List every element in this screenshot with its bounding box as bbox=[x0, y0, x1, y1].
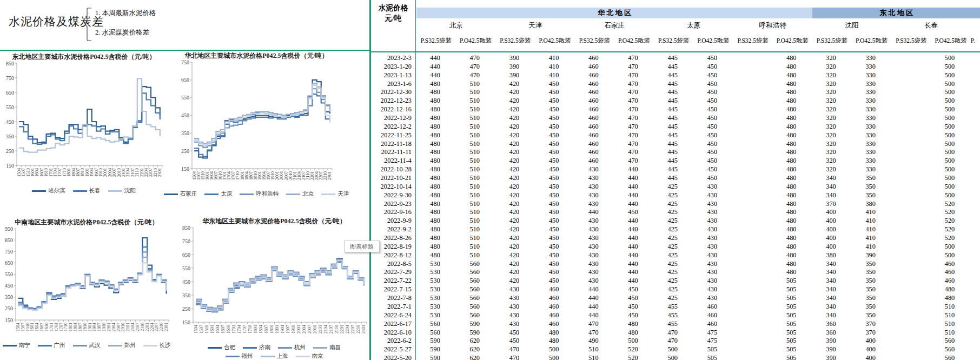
chart-east-china-region[interactable]: 华东地区主要城市水泥价格P042.5含税价（元/吨） 1502503504505… bbox=[178, 217, 370, 360]
price-cell[interactable] bbox=[732, 345, 772, 354]
price-cell[interactable]: 470 bbox=[455, 63, 494, 71]
price-cell[interactable]: 480 bbox=[772, 234, 811, 243]
price-cell[interactable]: 430 bbox=[494, 320, 534, 329]
price-cell[interactable]: 420 bbox=[494, 217, 534, 225]
price-cell[interactable]: 500 bbox=[930, 131, 969, 140]
price-cell[interactable] bbox=[890, 80, 930, 89]
price-cell[interactable]: 450 bbox=[534, 140, 574, 149]
price-cell[interactable]: 480 bbox=[613, 320, 653, 329]
price-cell[interactable] bbox=[732, 71, 772, 80]
price-cell[interactable]: 330 bbox=[851, 140, 890, 149]
price-cell[interactable]: 430 bbox=[494, 285, 534, 294]
price-cell[interactable]: 445 bbox=[653, 105, 692, 114]
price-cell[interactable]: 480 bbox=[772, 105, 811, 114]
price-cell[interactable] bbox=[732, 200, 772, 209]
price-cell[interactable]: 360 bbox=[811, 329, 851, 337]
date-cell[interactable]: 2022-6-2 bbox=[371, 337, 415, 345]
floating-chart-title-box[interactable]: 图表标题 bbox=[344, 241, 380, 252]
spec-header[interactable]: P.S32.5袋装 bbox=[733, 35, 773, 46]
price-cell[interactable]: 430 bbox=[574, 260, 613, 269]
spec-header[interactable]: P.S32.5袋装 bbox=[575, 35, 614, 46]
chart-north-china-region[interactable]: 华北地区主要城市水泥价格P042.5含税价（元/吨） 1502503504505… bbox=[177, 52, 335, 198]
price-cell[interactable]: 450 bbox=[692, 174, 732, 183]
price-cell[interactable]: 420 bbox=[494, 260, 534, 269]
date-cell[interactable]: 2022-12-30 bbox=[371, 88, 415, 97]
price-cell[interactable]: 510 bbox=[455, 97, 494, 105]
date-cell[interactable]: 2022-9-23 bbox=[371, 200, 415, 209]
price-cell[interactable]: 430 bbox=[574, 183, 613, 191]
price-cell[interactable]: 505 bbox=[772, 311, 811, 320]
price-cell[interactable]: 460 bbox=[692, 303, 732, 311]
price-cell[interactable]: 480 bbox=[772, 260, 811, 269]
price-cell[interactable]: 460 bbox=[930, 260, 969, 269]
price-cell[interactable]: 480 bbox=[534, 337, 574, 345]
price-cell[interactable]: 510 bbox=[455, 114, 494, 123]
price-cell[interactable]: 510 bbox=[574, 345, 613, 354]
price-cell[interactable]: 440 bbox=[613, 165, 653, 174]
price-cell[interactable]: 480 bbox=[772, 88, 811, 97]
price-cell[interactable]: 590 bbox=[455, 320, 494, 329]
price-cell[interactable]: 470 bbox=[574, 329, 613, 337]
date-cell[interactable]: 2022-10-21 bbox=[371, 174, 415, 183]
price-cell[interactable]: 505 bbox=[772, 303, 811, 311]
price-cell[interactable]: 505 bbox=[772, 285, 811, 294]
price-cell[interactable]: 430 bbox=[574, 225, 613, 234]
price-cell[interactable]: 390 bbox=[494, 63, 534, 71]
price-cell[interactable]: 500 bbox=[930, 63, 969, 71]
price-cell[interactable] bbox=[732, 225, 772, 234]
price-cell[interactable]: 400 bbox=[811, 225, 851, 234]
price-cell[interactable]: 620 bbox=[455, 345, 494, 354]
price-cell[interactable]: 445 bbox=[653, 88, 692, 97]
price-cell[interactable]: 460 bbox=[534, 311, 574, 320]
price-cell[interactable]: 440 bbox=[574, 285, 613, 294]
price-cell[interactable]: 425 bbox=[653, 243, 692, 251]
price-cell[interactable]: 510 bbox=[455, 191, 494, 200]
price-cell[interactable] bbox=[732, 251, 772, 260]
price-cell[interactable]: 430 bbox=[692, 294, 732, 303]
date-cell[interactable]: 2023-2-3 bbox=[371, 54, 415, 63]
price-cell[interactable] bbox=[732, 311, 772, 320]
price-cell[interactable]: 420 bbox=[494, 105, 534, 114]
price-cell[interactable]: 530 bbox=[415, 311, 455, 320]
price-cell[interactable] bbox=[890, 311, 930, 320]
price-cell[interactable]: 500 bbox=[930, 80, 969, 89]
price-cell[interactable]: 450 bbox=[613, 208, 653, 217]
price-cell[interactable]: 510 bbox=[455, 200, 494, 209]
price-cell[interactable]: 475 bbox=[692, 329, 732, 337]
date-cell[interactable]: 2022-9-30 bbox=[371, 191, 415, 200]
price-cell[interactable] bbox=[890, 165, 930, 174]
price-cell[interactable] bbox=[890, 174, 930, 183]
price-cell[interactable]: 430 bbox=[692, 285, 732, 294]
price-cell[interactable]: 500 bbox=[930, 71, 969, 80]
price-cell[interactable]: 500 bbox=[930, 243, 969, 251]
price-cell[interactable]: 460 bbox=[534, 320, 574, 329]
spec-header[interactable]: P.O42.5散装 bbox=[614, 35, 654, 46]
price-cell[interactable]: 420 bbox=[494, 165, 534, 174]
price-cell[interactable] bbox=[890, 54, 930, 63]
price-cell[interactable]: 410 bbox=[851, 234, 890, 243]
price-cell[interactable]: 330 bbox=[851, 63, 890, 71]
price-cell[interactable]: 440 bbox=[613, 234, 653, 243]
price-cell[interactable]: 420 bbox=[494, 88, 534, 97]
price-cell[interactable]: 320 bbox=[811, 148, 851, 157]
price-cell[interactable] bbox=[732, 294, 772, 303]
price-cell[interactable]: 450 bbox=[692, 88, 732, 97]
city-header-7[interactable]: 长春 bbox=[891, 21, 970, 30]
price-cell[interactable]: 430 bbox=[574, 217, 613, 225]
price-cell[interactable]: 500 bbox=[930, 140, 969, 149]
price-cell[interactable] bbox=[890, 157, 930, 165]
price-cell[interactable]: 480 bbox=[415, 123, 455, 131]
price-cell[interactable]: 460 bbox=[574, 114, 613, 123]
price-cell[interactable]: 400 bbox=[851, 345, 890, 354]
price-cell[interactable]: 530 bbox=[415, 294, 455, 303]
date-cell[interactable]: 2022-5-20 bbox=[371, 354, 415, 360]
price-cell[interactable]: 460 bbox=[574, 63, 613, 71]
price-cell[interactable]: 390 bbox=[494, 54, 534, 63]
price-cell[interactable]: 620 bbox=[455, 354, 494, 360]
price-cell[interactable]: 430 bbox=[692, 234, 732, 243]
price-cell[interactable]: 390 bbox=[811, 354, 851, 360]
price-cell[interactable]: 450 bbox=[613, 285, 653, 294]
price-cell[interactable] bbox=[890, 260, 930, 269]
price-cell[interactable]: 480 bbox=[415, 200, 455, 209]
price-cell[interactable]: 445 bbox=[653, 131, 692, 140]
